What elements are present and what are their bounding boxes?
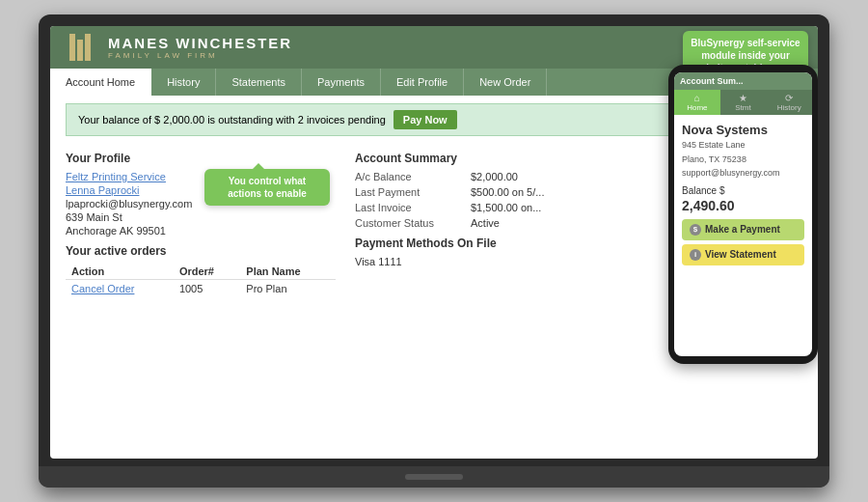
laptop-frame: MANES WINCHESTER FAMILY LAW FIRM HOME AB… [39,14,829,488]
summary-value: $2,000.00 [471,171,518,182]
phone-balance-amount: 2,490.60 [682,198,804,213]
table-row: Cancel Order 1005 Pro Plan [66,280,336,298]
summary-value: Active [471,217,500,229]
col-action: Action [66,264,174,280]
summary-label: Last Payment [355,186,471,198]
order-number: 1005 [174,280,240,298]
history-icon: ⟳ [766,93,812,103]
laptop-screen: MANES WINCHESTER FAMILY LAW FIRM HOME AB… [50,26,818,459]
statement-icon: i [690,249,701,261]
stmt-icon: ★ [720,93,767,103]
phone-tab-history[interactable]: ⟳ History [766,90,812,115]
site-logo: MANES WINCHESTER FAMILY LAW FIRM [69,34,292,61]
tab-payments[interactable]: Payments [302,69,381,96]
summary-label: Last Invoice [355,202,471,213]
laptop-notch [405,474,463,480]
summary-value: $500.00 on 5/... [471,186,544,198]
pay-now-button[interactable]: Pay Now [393,110,457,129]
balance-text: Your balance of $ 2,000.00 is outstandin… [78,114,386,126]
phone-payment-button[interactable]: $ Make a Payment [682,219,804,240]
tab-statements[interactable]: Statements [216,69,302,96]
phone-payment-label: Make a Payment [705,224,780,235]
phone-tab-stmt[interactable]: ★ Stmt [720,90,767,115]
phone-address1: 945 Estate Lane [682,139,804,152]
logo-text: MANES WINCHESTER FAMILY LAW FIRM [108,35,292,60]
profile-address: 639 Main St [66,211,336,223]
plan-name: Pro Plan [240,280,336,298]
tab-account-home[interactable]: Account Home [50,69,151,96]
phone-screen: Account Sum... ⌂ Home ★ Stmt ⟳ [674,72,812,356]
home-icon: ⌂ [674,93,720,103]
summary-label: A/c Balance [355,171,471,182]
phone-statement-button[interactable]: i View Statement [682,244,804,265]
profile-title: Your Profile [66,152,336,165]
phone-tab-home-label: Home [687,103,707,112]
phone-statement-label: View Statement [705,249,776,260]
summary-label: Customer Status [355,217,471,229]
tab-new-order[interactable]: New Order [464,69,547,96]
phone-balance-label: Balance $ [682,185,804,196]
payment-icon: $ [690,224,701,236]
phone-header-text: Account Sum... [680,76,744,86]
phone-email: support@blusynergy.com [682,167,804,180]
profile-city: Anchorage AK 99501 [66,225,336,237]
tab-history[interactable]: History [151,69,216,96]
laptop-bottom-bar [39,466,829,488]
firm-name: MANES WINCHESTER [108,35,292,51]
orders-table: Action Order# Plan Name Cancel Order 100… [66,264,336,297]
phone-tabs: ⌂ Home ★ Stmt ⟳ History [674,90,812,115]
phone-tab-home[interactable]: ⌂ Home [674,90,720,115]
active-orders-section: Your active orders Action Order# Plan Na… [66,244,336,297]
phone-tab-history-label: History [777,103,801,112]
firm-tagline: FAMILY LAW FIRM [108,51,292,60]
phone-address2: Plano, TX 75238 [682,153,804,166]
col-plan: Plan Name [240,264,336,280]
mobile-phone: Account Sum... ⌂ Home ★ Stmt ⟳ [668,65,818,364]
phone-header: Account Sum... [674,72,812,90]
left-column: Your Profile Feltz Printing Service Lenn… [66,144,336,297]
phone-content: Nova Systems 945 Estate Lane Plano, TX 7… [674,115,812,277]
orders-title: Your active orders [66,244,336,258]
logo-icon [69,34,100,61]
col-order-num: Order# [174,264,240,280]
summary-value: $1,500.00 on... [471,202,541,213]
callout-actions: You control what actions to enable [204,169,330,206]
phone-tab-stmt-label: Stmt [735,103,750,112]
phone-company: Nova Systems [682,123,804,137]
cancel-order-link[interactable]: Cancel Order [71,283,134,294]
tab-edit-profile[interactable]: Edit Profile [381,69,464,96]
